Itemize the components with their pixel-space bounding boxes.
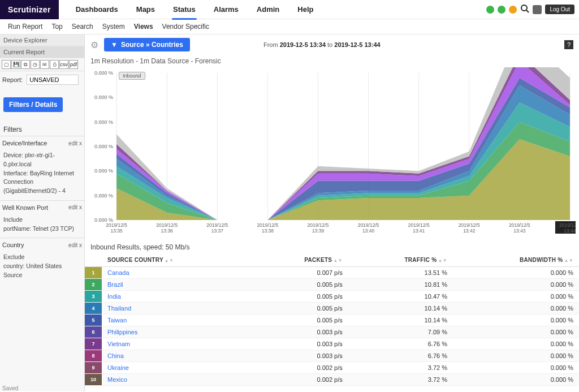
filter-edit-close[interactable]: edit x xyxy=(68,204,82,210)
svg-text:2019/12/5: 2019/12/5 xyxy=(156,222,178,228)
country-link[interactable]: India xyxy=(107,293,121,300)
cell-traffic: 10.47 % xyxy=(348,291,453,303)
cell-bandwidth: 0.000 % xyxy=(453,326,579,338)
rank-cell: 7 xyxy=(85,338,102,350)
filters-details-button[interactable]: Filters / Details xyxy=(3,97,63,112)
table-row[interactable]: 8China0.003 p/s6.76 %0.000 % xyxy=(85,350,579,362)
cell-traffic: 10.14 % xyxy=(348,315,453,326)
svg-text:0.000 %: 0.000 % xyxy=(94,193,113,199)
user-icon[interactable] xyxy=(533,5,542,14)
table-row[interactable]: 4Thailand0.005 p/s10.14 %0.000 % xyxy=(85,303,579,315)
nav-status[interactable]: Status xyxy=(172,1,197,18)
svg-text:0.000 %: 0.000 % xyxy=(94,70,113,76)
filter-section-body: Excludecountry: United StatesSource xyxy=(0,252,84,284)
toolbar-icon-pdf[interactable]: pdf xyxy=(69,60,78,69)
table-row[interactable]: 2Brazil0.005 p/s10.81 %0.000 % xyxy=(85,279,579,291)
logout-button[interactable]: Log Out xyxy=(545,5,574,14)
toolbar-icon-save[interactable]: 💾 xyxy=(11,60,20,69)
nav-maps[interactable]: Maps xyxy=(135,1,156,18)
cell-bandwidth: 0.000 % xyxy=(453,362,579,374)
toolbar-icon-csv[interactable]: csv xyxy=(59,60,68,69)
toolbar-icon-print[interactable]: ⎙ xyxy=(50,60,59,69)
country-link[interactable]: Ukraine xyxy=(107,364,129,371)
table-row[interactable]: 6Philippines0.003 p/s7.09 %0.000 % xyxy=(85,326,579,338)
filter-section-well-known-port[interactable]: Well Known Portedit x xyxy=(0,200,84,214)
source-countries-button[interactable]: ▼ Source » Countries xyxy=(104,38,190,51)
subnav-top[interactable]: Top xyxy=(51,23,62,31)
status-indicator-ok-1[interactable] xyxy=(486,6,494,14)
sidebar-tab-device-explorer[interactable]: Device Explorer xyxy=(0,35,84,46)
rank-cell: 2 xyxy=(85,279,102,291)
chart-area[interactable]: Inbound 0.000 %0.000 %0.000 %0.000 %0.00… xyxy=(88,67,576,240)
svg-text:0.000 %: 0.000 % xyxy=(94,119,113,125)
country-link[interactable]: Canada xyxy=(107,269,129,276)
toolbar-icon-schedule[interactable]: ◷ xyxy=(31,60,40,69)
svg-text:13:38: 13:38 xyxy=(262,228,274,234)
col-source-country[interactable]: SOURCE COUNTRY▲▼ xyxy=(102,253,252,267)
svg-text:13:37: 13:37 xyxy=(211,228,224,234)
svg-text:2019/12/5: 2019/12/5 xyxy=(206,222,228,228)
table-row[interactable]: 1Canada0.007 p/s13.51 %0.000 % xyxy=(85,267,579,279)
gear-icon[interactable]: ⚙ xyxy=(90,40,98,50)
rank-cell: 10 xyxy=(85,374,102,386)
table-row[interactable]: 9Ukraine0.002 p/s3.72 %0.000 % xyxy=(85,362,579,374)
svg-text:2019/12/5: 2019/12/5 xyxy=(257,222,278,228)
table-row[interactable]: 7Vietnam0.003 p/s6.76 %0.000 % xyxy=(85,338,579,350)
filters-heading: Filters xyxy=(0,121,84,136)
svg-text:13:44: 13:44 xyxy=(564,228,576,234)
country-link[interactable]: Taiwan xyxy=(107,317,127,324)
nav-admin[interactable]: Admin xyxy=(256,1,280,18)
subnav-search[interactable]: Search xyxy=(72,23,93,31)
cell-traffic: 6.76 % xyxy=(348,338,453,350)
country-link[interactable]: Mexico xyxy=(107,376,127,383)
svg-text:2019/12/5: 2019/12/5 xyxy=(308,222,329,228)
results-table: SOURCE COUNTRY▲▼PACKETS▲▼TRAFFIC %▲▼BAND… xyxy=(85,253,579,386)
filter-edit-close[interactable]: edit x xyxy=(68,140,82,147)
rank-cell: 1 xyxy=(85,267,102,279)
cell-traffic: 6.76 % xyxy=(348,350,453,362)
subnav-system[interactable]: System xyxy=(102,23,125,31)
subnav-vendor-specific[interactable]: Vendor Specific xyxy=(162,23,209,31)
table-row[interactable]: 5Taiwan0.005 p/s10.14 %0.000 % xyxy=(85,315,579,326)
inbound-tag[interactable]: Inbound xyxy=(119,72,145,80)
filter-section-title: Device/Interface xyxy=(2,140,47,147)
svg-text:0.000 %: 0.000 % xyxy=(94,144,113,149)
status-indicator-warn[interactable] xyxy=(509,6,517,14)
toolbar-icon-new[interactable]: ▢ xyxy=(2,60,11,69)
brand-logo[interactable]: Scrutinizer xyxy=(0,0,59,19)
country-link[interactable]: China xyxy=(107,352,124,359)
col-bandwidth-[interactable]: BANDWIDTH %▲▼ xyxy=(453,253,579,267)
sidebar-tab-current-report[interactable]: Current Report xyxy=(0,46,84,58)
nav-help[interactable]: Help xyxy=(296,1,314,18)
country-link[interactable]: Philippines xyxy=(107,329,137,335)
table-row[interactable]: 10Mexico0.002 p/s3.72 %0.000 % xyxy=(85,374,579,386)
nav-dashboards[interactable]: Dashboards xyxy=(75,1,119,18)
col-traffic-[interactable]: TRAFFIC %▲▼ xyxy=(348,253,453,267)
filter-section-body: Device: plxr-xtr-gi1-0.plxr.localInterfa… xyxy=(0,150,84,200)
status-indicator-ok-2[interactable] xyxy=(498,6,505,14)
country-link[interactable]: Brazil xyxy=(107,281,123,288)
subnav-views[interactable]: Views xyxy=(134,23,153,31)
svg-text:2019/12/5: 2019/12/5 xyxy=(509,222,530,228)
cell-packets: 0.003 p/s xyxy=(252,350,348,362)
filter-section-device-interface[interactable]: Device/Interfaceedit x xyxy=(0,136,84,150)
toolbar-icon-email[interactable]: ✉ xyxy=(40,60,49,69)
col-packets[interactable]: PACKETS▲▼ xyxy=(252,253,348,267)
filter-edit-close[interactable]: edit x xyxy=(68,242,82,248)
nav-alarms[interactable]: Alarms xyxy=(213,1,240,18)
svg-text:0.000 %: 0.000 % xyxy=(94,168,113,174)
search-icon[interactable] xyxy=(520,4,529,15)
svg-text:13:39: 13:39 xyxy=(312,228,325,234)
cell-packets: 0.005 p/s xyxy=(252,303,348,315)
help-icon[interactable]: ? xyxy=(564,40,573,49)
subnav-run-report[interactable]: Run Report xyxy=(8,23,42,31)
table-row[interactable]: 3India0.005 p/s10.47 %0.000 % xyxy=(85,291,579,303)
report-name-input[interactable] xyxy=(27,75,79,85)
rank-cell: 3 xyxy=(85,291,102,303)
country-link[interactable]: Thailand xyxy=(107,305,131,312)
filter-section-country[interactable]: Countryedit x xyxy=(0,238,84,252)
cell-bandwidth: 0.000 % xyxy=(453,279,579,291)
cell-packets: 0.003 p/s xyxy=(252,326,348,338)
country-link[interactable]: Vietnam xyxy=(107,341,130,347)
toolbar-icon-copy[interactable]: ⧉ xyxy=(21,60,30,69)
